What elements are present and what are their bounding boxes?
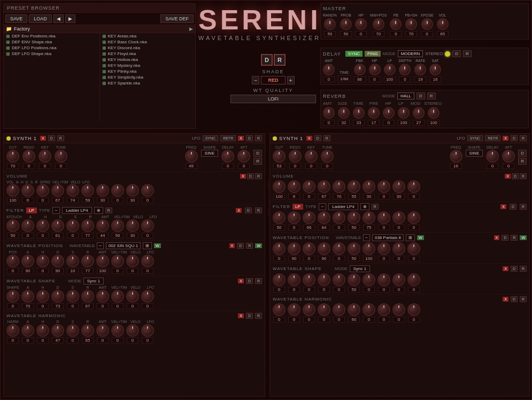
left-wth-x-button[interactable]: X (238, 313, 244, 318)
reverb-mode-value[interactable]: HALL (397, 93, 414, 99)
save-button[interactable]: SAVE (5, 14, 27, 23)
right-filter-r-button[interactable]: R (372, 204, 379, 210)
hp-knob[interactable] (355, 18, 367, 30)
right-wtp-x-button[interactable]: X (494, 235, 500, 240)
reverb-pre-knob[interactable] (368, 107, 380, 119)
right-wts-shape-knob[interactable] (273, 273, 286, 286)
right-wth-r-knob[interactable] (348, 303, 360, 316)
right-vola-knob[interactable] (288, 180, 300, 193)
left-lfo-freq-knob[interactable] (185, 150, 198, 163)
right-lfo-x-button[interactable]: X (503, 136, 508, 141)
right-wth-amt-knob[interactable] (363, 303, 375, 316)
right-wtp-r-knob[interactable] (348, 242, 360, 255)
reverb-r-button[interactable]: R (427, 93, 436, 99)
left-fd-knob[interactable] (51, 219, 64, 232)
left-wth-harm-knob[interactable] (6, 324, 19, 337)
left-wth-h-knob[interactable] (36, 324, 49, 337)
left-synth-r-button[interactable]: R (57, 135, 64, 141)
left-wtp-amt-knob[interactable] (96, 255, 109, 267)
reverb-amt-knob[interactable] (323, 107, 335, 119)
left-volume-r-button[interactable]: R (255, 173, 262, 179)
left-wts-r-button[interactable]: R (255, 278, 262, 284)
right-reso-knob[interactable] (289, 150, 302, 163)
r-box[interactable]: R (274, 54, 286, 66)
delay-time-value[interactable]: 1/8d (338, 75, 351, 82)
list-item[interactable]: ▦KEY Plinky.nka (100, 68, 196, 74)
left-wtp-pos-knob[interactable] (6, 255, 19, 267)
right-wth-harm-knob[interactable] (273, 303, 286, 316)
reverb-lp-knob[interactable] (398, 107, 410, 119)
right-fh-knob[interactable] (303, 211, 315, 224)
right-filter-r2-button[interactable]: R (520, 204, 527, 210)
left-filter-minus[interactable]: − (52, 207, 60, 214)
right-vols-knob[interactable] (333, 180, 345, 193)
left-lfo-shape-value[interactable]: SINE (201, 150, 219, 157)
right-vold-knob[interactable] (318, 180, 330, 193)
right-wtp-w2-button[interactable]: W (520, 235, 527, 240)
left-wtp-veltim-knob[interactable] (111, 255, 124, 267)
left-filter-plus[interactable]: ⊕ (94, 207, 103, 214)
right-wtp-h-knob[interactable] (303, 242, 315, 255)
left-wth-a-knob[interactable] (21, 324, 34, 337)
right-wts-lfo-knob[interactable] (407, 273, 420, 286)
left-wtp-r-knob[interactable] (81, 255, 94, 267)
right-volume-x-button[interactable]: X (505, 174, 511, 179)
right-volr-knob[interactable] (348, 180, 360, 193)
left-wts-shape-knob[interactable] (6, 290, 19, 303)
left-wtp-d-knob[interactable] (51, 255, 64, 267)
left-wtp-minus[interactable]: − (97, 242, 104, 249)
right-lfo-d2-button[interactable]: D (518, 150, 527, 157)
left-volr-knob[interactable] (81, 184, 94, 197)
reverb-hp-knob[interactable] (383, 107, 395, 119)
right-famt-knob[interactable] (363, 211, 375, 224)
mwpos-knob[interactable] (373, 18, 384, 30)
right-wts-amt-knob[interactable] (363, 273, 375, 286)
right-wth-h-knob[interactable] (303, 303, 315, 316)
right-volh-knob[interactable] (303, 180, 315, 193)
right-wts-a-knob[interactable] (288, 273, 300, 286)
left-vollfo-knob[interactable] (141, 184, 154, 197)
right-wtp-d-knob[interactable] (318, 242, 330, 255)
left-sprd-knob[interactable] (96, 184, 109, 197)
right-velo-knob[interactable] (392, 180, 405, 193)
left-filter-d-button[interactable]: D (245, 207, 252, 213)
left-wth-s-knob[interactable] (66, 324, 79, 337)
right-wtp-lfo-knob[interactable] (407, 242, 420, 255)
right-wts-velo-knob[interactable] (392, 273, 405, 286)
delay-depth-knob[interactable] (399, 64, 411, 75)
right-volume-d-button[interactable]: D (512, 173, 519, 179)
left-famt-knob[interactable] (96, 219, 109, 232)
left-wth-r-button[interactable]: R (255, 313, 262, 319)
right-wtp-w-button[interactable]: W (417, 235, 424, 240)
right-wth-veltim-knob[interactable] (377, 303, 390, 316)
left-key-knob[interactable] (38, 150, 51, 163)
right-lfo-delay-knob[interactable] (486, 150, 499, 163)
list-item[interactable]: ▦KEY Hollow.nka (100, 57, 196, 63)
left-atouch-knob[interactable] (6, 219, 19, 232)
right-lfo-r2-button[interactable]: R (518, 158, 527, 165)
left-filter-x-button[interactable]: X (236, 208, 242, 213)
left-fveltim-knob[interactable] (111, 219, 124, 232)
list-item[interactable]: ▦KEY Simplicity.nka (100, 74, 196, 80)
left-reso-knob[interactable] (22, 150, 35, 163)
reverb-size-knob[interactable] (338, 107, 350, 119)
left-wtp-w-button[interactable]: W (154, 243, 161, 248)
left-flfo-knob[interactable] (141, 219, 154, 232)
right-wtp-minus[interactable]: − (363, 234, 370, 241)
delay-d-button[interactable]: D (452, 50, 461, 57)
right-wtp-pos-knob[interactable] (273, 242, 286, 255)
shade-plus-button[interactable]: + (287, 76, 295, 84)
right-fveltim-knob[interactable] (377, 211, 390, 224)
right-lfo-sync-button[interactable]: SYNC (467, 135, 483, 141)
left-vola-knob[interactable] (21, 184, 34, 197)
left-wts-d-button[interactable]: D (246, 278, 253, 284)
right-wtp-r-button[interactable]: R (511, 235, 518, 241)
left-wth-lfo-knob[interactable] (141, 324, 154, 337)
left-wts-d-knob[interactable] (51, 290, 64, 303)
right-key-knob[interactable] (305, 150, 318, 163)
right-wtp-grid[interactable]: ⊞ (406, 234, 415, 241)
right-wth-x-button[interactable]: X (503, 297, 508, 302)
right-filter-d-button[interactable]: D (510, 204, 516, 210)
delay-lp-knob[interactable] (384, 64, 396, 75)
right-flfo-knob[interactable] (407, 211, 420, 224)
